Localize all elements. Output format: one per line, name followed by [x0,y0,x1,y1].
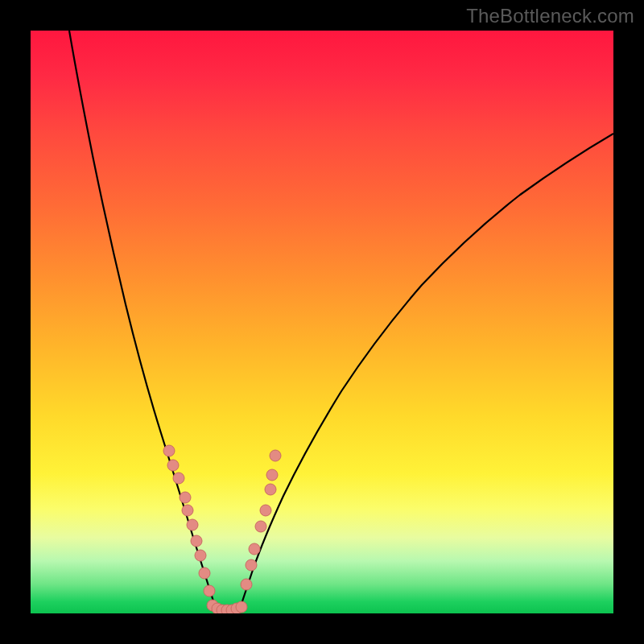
marker-dot [199,568,210,579]
bottom-markers-group [207,600,247,613]
marker-dot [249,543,260,555]
marker-dot [255,521,266,532]
marker-dot [241,579,252,590]
watermark-text: TheBottleneck.com [466,5,634,27]
marker-dot [236,601,247,613]
marker-dot [163,445,175,456]
plot-area [31,31,613,613]
marker-dot [187,519,198,530]
marker-dot [270,450,281,461]
marker-dot [167,460,179,471]
left-markers-group [163,445,215,597]
marker-dot [195,550,206,561]
marker-dot [191,535,202,547]
marker-dot [173,473,184,484]
right-curve [240,134,613,609]
chart-svg [31,31,613,613]
chart-frame: TheBottleneck.com [0,0,644,644]
marker-dot [204,585,215,597]
marker-dot [180,492,191,503]
marker-dot [246,559,257,571]
marker-dot [260,505,271,516]
marker-dot [265,484,276,495]
marker-dot [182,505,193,516]
right-markers-group [241,450,281,590]
marker-dot [266,469,278,481]
